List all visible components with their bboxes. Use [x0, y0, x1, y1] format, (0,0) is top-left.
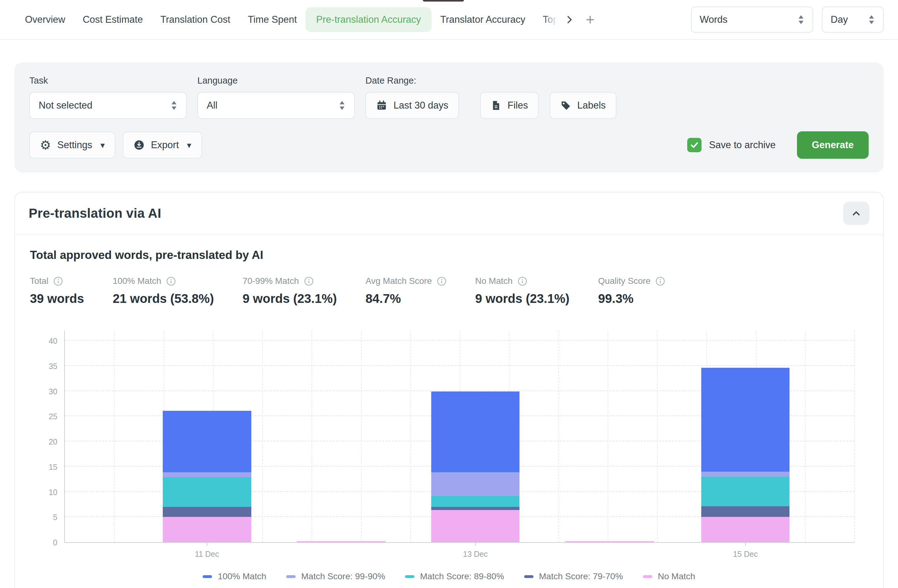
- legend-item-89-80[interactable]: Match Score: 89-80%: [405, 571, 504, 582]
- bar-segment: [431, 507, 520, 510]
- stat-value: 9 words (23.1%): [475, 292, 569, 306]
- info-icon[interactable]: [304, 276, 314, 286]
- generate-button[interactable]: Generate: [797, 131, 869, 159]
- bar-segment: [701, 477, 790, 506]
- legend-marker: [405, 575, 414, 578]
- chart-legend: 100% Match Match Score: 99-90% Match Sco…: [30, 571, 868, 582]
- bar-segment: [565, 541, 654, 542]
- legend-label: Match Score: 79-70%: [539, 571, 623, 582]
- tab-cost-estimate[interactable]: Cost Estimate: [74, 7, 152, 32]
- y-tick-label: 30: [49, 387, 57, 396]
- tab-translation-cost[interactable]: Translation Cost: [152, 7, 239, 32]
- period-select[interactable]: Day: [822, 6, 884, 33]
- sort-arrows-icon: [338, 100, 346, 111]
- y-tick-label: 5: [53, 513, 57, 522]
- language-label: Language: [197, 75, 355, 86]
- tab-top-truncated[interactable]: Top: [534, 7, 558, 32]
- stat-total: Total 39 words: [30, 276, 84, 306]
- unit-select[interactable]: Words: [691, 6, 813, 33]
- sort-arrows-icon: [868, 15, 875, 25]
- legend-label: 100% Match: [218, 571, 266, 582]
- stat-value: 39 words: [30, 292, 84, 306]
- report-tab-bar: Overview Cost Estimate Translation Cost …: [0, 0, 898, 40]
- stacked-bar-chart: 0510152025303540 11 Dec13 Dec15 Dec: [64, 331, 854, 543]
- stat-label: Quality Score: [598, 276, 650, 286]
- save-to-archive-label[interactable]: Save to archive: [709, 139, 776, 151]
- filter-panel: Task Not selected Language All Date Rang…: [14, 62, 884, 172]
- info-icon[interactable]: [437, 276, 446, 286]
- tab-pre-translation-accuracy[interactable]: Pre-translation Accuracy: [306, 7, 432, 32]
- file-icon: [491, 100, 501, 111]
- info-icon[interactable]: [53, 276, 63, 286]
- bar-segment: [163, 507, 251, 517]
- tab-overview[interactable]: Overview: [16, 7, 74, 32]
- legend-item-no-match[interactable]: No Match: [643, 571, 695, 582]
- bar-segment: [163, 472, 251, 477]
- x-tick: [207, 542, 208, 546]
- gridline-vertical: [558, 331, 559, 542]
- stat-value: 9 words (23.1%): [243, 292, 337, 306]
- gridline-vertical: [312, 331, 312, 542]
- bar-segment: [163, 517, 251, 542]
- bar-segment: [701, 368, 790, 472]
- y-tick-label: 25: [49, 412, 57, 421]
- stat-no-match: No Match 9 words (23.1%): [475, 276, 569, 306]
- stat-label: No Match: [475, 276, 513, 286]
- task-select[interactable]: Not selected: [29, 92, 187, 119]
- tab-time-spent[interactable]: Time Spent: [239, 7, 306, 32]
- legend-item-79-70[interactable]: Match Score: 79-70%: [524, 571, 623, 582]
- export-button[interactable]: Export ▾: [123, 132, 202, 159]
- stat-label: 70-99% Match: [243, 276, 299, 286]
- tab-translator-accuracy[interactable]: Translator Accuracy: [432, 7, 534, 32]
- task-select-value: Not selected: [38, 100, 92, 111]
- labels-filter-button[interactable]: Labels: [550, 92, 616, 119]
- info-icon[interactable]: [166, 276, 176, 286]
- stat-avg-match-score: Avg Match Score 84.7%: [366, 276, 446, 306]
- pre-translation-report-card: Pre-translation via AI Total approved wo…: [14, 192, 884, 588]
- tag-icon: [560, 100, 571, 111]
- y-tick-label: 40: [49, 337, 57, 346]
- legend-item-99-90[interactable]: Match Score: 99-90%: [286, 571, 385, 582]
- language-select-value: All: [207, 100, 217, 111]
- caret-down-icon: ▾: [100, 140, 105, 150]
- gridline-vertical: [854, 331, 855, 542]
- settings-button[interactable]: ⚙ Settings ▾: [29, 132, 115, 159]
- task-label: Task: [29, 75, 187, 86]
- gridline-vertical: [805, 331, 806, 542]
- gridline-vertical: [361, 331, 362, 542]
- chevron-right-icon: [564, 14, 575, 25]
- y-tick-label: 35: [49, 362, 57, 371]
- period-select-value: Day: [831, 14, 848, 25]
- caret-down-icon: ▾: [187, 140, 191, 150]
- checkmark-icon: [689, 140, 700, 150]
- chart-plot: 11 Dec13 Dec15 Dec: [64, 331, 854, 543]
- y-tick-label: 15: [49, 463, 57, 472]
- calendar-icon: [376, 100, 387, 111]
- collapse-section-button[interactable]: [843, 202, 869, 225]
- stat-label: 100% Match: [112, 276, 161, 286]
- legend-label: Match Score: 89-80%: [420, 571, 504, 582]
- gridline-vertical: [262, 331, 263, 542]
- legend-marker: [286, 575, 295, 578]
- bar-segment: [431, 496, 520, 507]
- tabs-scroll-right-button[interactable]: [558, 14, 580, 25]
- save-to-archive-checkbox[interactable]: [687, 138, 701, 152]
- chart-title: Total approved words, pre-translated by …: [30, 249, 868, 262]
- date-range-label: Date Range:: [366, 75, 617, 86]
- save-to-archive-control[interactable]: Save to archive: [687, 138, 776, 152]
- bar-segment: [431, 391, 520, 472]
- language-select[interactable]: All: [197, 92, 355, 119]
- gear-icon: ⚙: [40, 139, 51, 151]
- settings-button-label: Settings: [57, 139, 92, 151]
- stat-70-99-match: 70-99% Match 9 words (23.1%): [243, 276, 337, 306]
- bar-segment: [163, 411, 251, 472]
- info-icon[interactable]: [655, 276, 665, 286]
- task-filter-group: Task Not selected: [29, 75, 187, 119]
- language-filter-group: Language All: [197, 75, 355, 119]
- info-icon[interactable]: [518, 276, 527, 286]
- bar-segment: [701, 472, 790, 477]
- add-report-tab-button[interactable]: +: [580, 12, 600, 27]
- files-filter-button[interactable]: Files: [480, 92, 538, 119]
- date-range-button[interactable]: Last 30 days: [366, 92, 459, 119]
- legend-item-100-match[interactable]: 100% Match: [203, 571, 266, 582]
